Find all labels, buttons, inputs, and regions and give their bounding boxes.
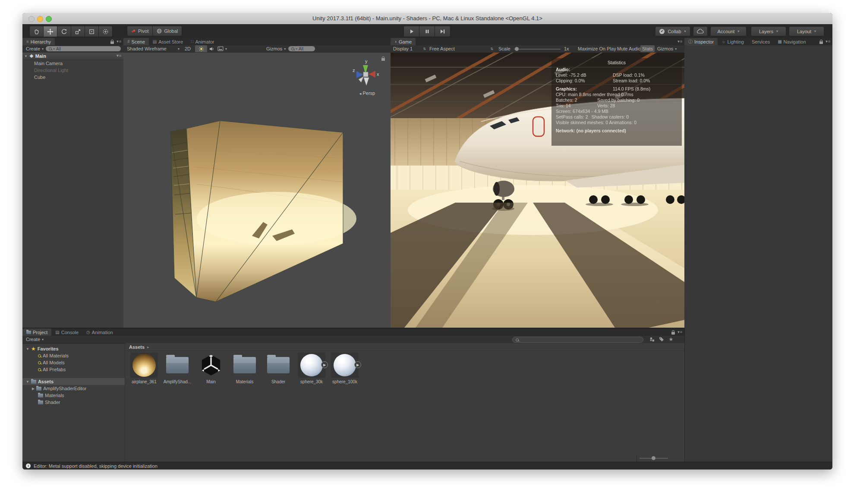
tab-inspector[interactable]: ⓘ Inspector bbox=[684, 38, 718, 45]
console-icon: ▤ bbox=[55, 330, 59, 335]
hand-tool-button[interactable] bbox=[29, 26, 44, 37]
project-toolbar: Create▾ ★ bbox=[22, 336, 684, 344]
scale-slider-track[interactable] bbox=[514, 49, 561, 50]
hierarchy-tree: ▼ ❖ Main ▾≡ Main Camera Directional Ligh… bbox=[22, 53, 123, 328]
tab-game[interactable]: ◖ Game bbox=[391, 38, 416, 45]
hierarchy-search-input[interactable]: ▾ All bbox=[46, 46, 121, 51]
pause-button[interactable] bbox=[419, 26, 435, 37]
asset-tile-materials[interactable]: Materials bbox=[230, 353, 259, 384]
scale-slider-thumb[interactable] bbox=[515, 47, 519, 51]
display-dropdown[interactable]: Display 1⇅ bbox=[391, 45, 428, 52]
scene-search-input[interactable]: ▾ All bbox=[288, 46, 315, 51]
tab-animator[interactable]: ∷ Animator bbox=[187, 38, 218, 45]
x-axis-cone[interactable] bbox=[369, 71, 375, 78]
asset-tile-amplifyshadereditor[interactable]: AmplifyShad... bbox=[163, 353, 192, 384]
shading-mode-dropdown[interactable]: Shaded Wireframe▾ bbox=[125, 45, 181, 52]
tab-console[interactable]: ▤ Console bbox=[51, 329, 82, 336]
scene-menu-icon[interactable]: ▾≡ bbox=[117, 53, 122, 58]
tab-project[interactable]: Project bbox=[22, 329, 51, 336]
tree-item-amplifyshadereditor[interactable]: ▶ AmplifyShaderEditor bbox=[22, 385, 125, 392]
icon-size-slider[interactable] bbox=[640, 455, 678, 461]
breadcrumb-arrow-icon: ▸ bbox=[147, 345, 149, 349]
account-dropdown[interactable]: Account▾ bbox=[710, 26, 747, 36]
lock-icon[interactable] bbox=[671, 332, 675, 335]
panel-menu-icon[interactable]: ▾≡ bbox=[117, 39, 122, 44]
project-search-input[interactable] bbox=[512, 337, 643, 343]
foldout-arrow-icon[interactable]: ▼ bbox=[26, 347, 29, 351]
panel-menu-icon[interactable]: ▾≡ bbox=[677, 39, 683, 44]
layout-dropdown[interactable]: Layout▾ bbox=[789, 26, 824, 36]
step-button[interactable] bbox=[435, 26, 451, 37]
game-viewport[interactable]: Statistics Audio: Level: -75.2 dBDSP loa… bbox=[391, 53, 684, 328]
tree-item-shader[interactable]: Shader bbox=[22, 399, 125, 406]
tree-item-assets[interactable]: ▼ Assets bbox=[22, 378, 125, 385]
panel-menu-icon[interactable]: ▾≡ bbox=[677, 330, 683, 334]
stats-toggle[interactable]: Stats bbox=[640, 45, 655, 52]
hierarchy-item-cube[interactable]: Cube bbox=[22, 74, 123, 81]
lock-icon[interactable] bbox=[819, 41, 823, 44]
create-dropdown[interactable]: Create▾ bbox=[24, 336, 45, 343]
asset-tile-airplane_361[interactable]: airplane_361 bbox=[129, 353, 159, 384]
tab-services[interactable]: Services bbox=[748, 38, 774, 45]
tab-lighting[interactable]: ☼ Lighting bbox=[718, 38, 748, 45]
lock-icon[interactable] bbox=[110, 41, 114, 44]
play-button[interactable] bbox=[403, 26, 419, 37]
asset-tile-shader[interactable]: Shader bbox=[264, 353, 293, 384]
hierarchy-item-directional-light[interactable]: Directional Light bbox=[22, 67, 123, 74]
scene-viewport[interactable]: y x z ◂ Persp bbox=[123, 53, 391, 328]
transform-tool-button[interactable] bbox=[99, 26, 113, 37]
tab-hierarchy[interactable]: ≡ Hierarchy bbox=[22, 38, 55, 45]
scene-gizmos-dropdown[interactable]: Gizmos▾ bbox=[265, 45, 287, 52]
asset-tile-sphere_30k[interactable]: ▶ sphere_30k bbox=[297, 353, 326, 384]
cube-render bbox=[123, 53, 391, 328]
expand-subassets-icon[interactable]: ▶ bbox=[321, 361, 328, 368]
favorites-item-all-prefabs[interactable]: All Prefabs bbox=[22, 366, 125, 373]
tab-animation[interactable]: ◷ Animation bbox=[82, 329, 117, 336]
2d-toggle[interactable]: 2D bbox=[183, 45, 192, 52]
panel-menu-icon[interactable]: ▾≡ bbox=[825, 39, 831, 44]
foldout-arrow-icon[interactable]: ▼ bbox=[24, 54, 28, 58]
favorites-item-all-models[interactable]: All Models bbox=[22, 359, 125, 366]
tab-asset-store[interactable]: ▤ Asset Store bbox=[149, 38, 187, 45]
rotate-tool-button[interactable] bbox=[57, 26, 71, 37]
game-toolbar: Display 1⇅ Free Aspect⇅ Scale 1x Maximiz… bbox=[391, 45, 684, 53]
scale-tool-button[interactable] bbox=[71, 26, 85, 37]
hierarchy-item-main-camera[interactable]: Main Camera bbox=[22, 60, 123, 67]
asset-tile-sphere_100k[interactable]: ▶ sphere_100k bbox=[330, 353, 359, 384]
favorites-root[interactable]: ▼ ★ Favorites bbox=[22, 345, 125, 352]
projection-label[interactable]: ◂ Persp bbox=[352, 91, 382, 96]
scene-grid-icon: # bbox=[127, 39, 130, 44]
foldout-arrow-icon[interactable]: ▼ bbox=[26, 380, 29, 384]
layers-dropdown[interactable]: Layers▾ bbox=[751, 26, 786, 36]
status-bar[interactable]: i Editor: Metal support disabled, skippi… bbox=[22, 462, 832, 470]
folder-icon bbox=[31, 380, 36, 384]
aspect-dropdown[interactable]: Free Aspect⇅ bbox=[428, 45, 495, 52]
pivot-button[interactable]: Pivot bbox=[127, 26, 153, 36]
tab-navigation[interactable]: ▩ Navigation bbox=[774, 38, 810, 45]
maximize-on-play-toggle[interactable]: Maximize On Play bbox=[576, 45, 618, 52]
create-dropdown[interactable]: Create▾ bbox=[24, 45, 45, 52]
global-button[interactable]: Global bbox=[153, 26, 182, 36]
mute-audio-toggle[interactable]: Mute Audio bbox=[615, 45, 643, 52]
icon-size-slider-thumb[interactable] bbox=[652, 456, 655, 460]
navigation-icon: ▩ bbox=[778, 39, 781, 44]
breadcrumb[interactable]: Assets ▸ bbox=[126, 343, 684, 351]
favorites-filter-button[interactable]: ★ bbox=[665, 336, 677, 343]
scene-orientation-gizmo[interactable]: y x z bbox=[351, 59, 381, 89]
asset-tile-main-scene[interactable]: Main bbox=[196, 353, 226, 384]
tab-scene[interactable]: # Scene bbox=[123, 38, 149, 45]
tree-item-materials[interactable]: Materials bbox=[22, 392, 125, 399]
expand-subassets-icon[interactable]: ▶ bbox=[354, 361, 361, 368]
game-gizmos-dropdown[interactable]: Gizmos▾ bbox=[655, 45, 678, 52]
foldout-arrow-icon[interactable]: ▶ bbox=[32, 387, 35, 391]
rect-tool-button[interactable] bbox=[85, 26, 99, 37]
z-axis-cone[interactable] bbox=[356, 71, 363, 78]
collab-dropdown[interactable]: ✔ Collab▾ bbox=[655, 26, 690, 36]
scene-effects-dropdown[interactable]: ▾ bbox=[216, 45, 232, 52]
scene-row-main[interactable]: ▼ ❖ Main ▾≡ bbox=[22, 53, 123, 60]
image-icon bbox=[217, 46, 224, 51]
scene-gizmo-lock-icon[interactable] bbox=[381, 58, 385, 61]
cloud-button[interactable] bbox=[693, 26, 708, 36]
move-tool-button[interactable] bbox=[44, 26, 57, 37]
favorites-item-all-materials[interactable]: All Materials bbox=[22, 352, 125, 359]
